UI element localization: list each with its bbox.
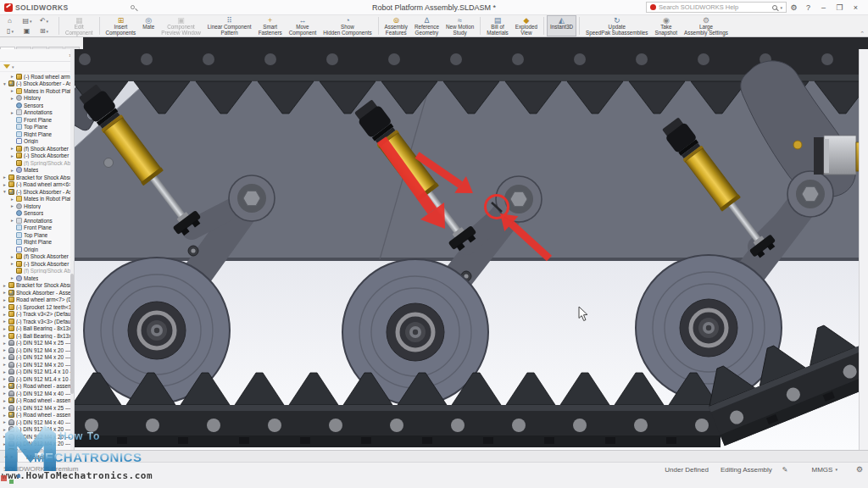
- tree-item[interactable]: ▸ Shock Absorber - Assembly<8>: [0, 289, 74, 297]
- units-caret-icon[interactable]: ▾: [835, 467, 837, 472]
- insert-components-button[interactable]: ⊞ Insert Components ▾: [103, 15, 140, 36]
- new-motion-study-button[interactable]: ≈ New Motion Study: [442, 15, 477, 36]
- tree-item[interactable]: ▸ (-) DIN 912 M4 x 20 --- 20N<71: [0, 433, 74, 441]
- tree-item[interactable]: ▸ Bracket for Shock Absorber<6>: [0, 174, 74, 181]
- tree-item[interactable]: ▸ Mates: [0, 167, 74, 175]
- search-caret-icon[interactable]: ▾: [780, 5, 782, 10]
- home-icon[interactable]: ⌂: [2, 16, 19, 26]
- expand-arrow-icon[interactable]: ▸: [3, 181, 7, 188]
- instant3d-button[interactable]: ◭ Instant3D: [547, 15, 576, 36]
- tab-scroll-left-icon[interactable]: ◂: [3, 452, 9, 462]
- tree-filter[interactable]: ▾: [0, 62, 74, 72]
- tree-item[interactable]: ▸ (-) Shock Absorber - part 2: [0, 260, 74, 268]
- tree-scrollbar-thumb[interactable]: [70, 274, 74, 394]
- tree-item[interactable]: ▸ History: [0, 95, 74, 103]
- expand-arrow-icon[interactable]: ▸: [10, 202, 14, 209]
- undo-icon[interactable]: ↶▾: [36, 16, 53, 26]
- expand-arrow-icon[interactable]: ▸: [3, 383, 7, 390]
- tree-item[interactable]: ▸ Annotations: [0, 109, 74, 117]
- graphics-area[interactable]: [75, 37, 868, 450]
- expand-arrow-icon[interactable]: ▸: [3, 369, 7, 375]
- take-snapshot-button[interactable]: ◉ Take Snapshot: [652, 15, 682, 36]
- reference-geometry-button[interactable]: ∆ Reference Geometry ▾: [411, 15, 442, 36]
- save-icon[interactable]: ▤▾: [19, 16, 36, 26]
- tab-evaluate[interactable]: [48, 47, 64, 49]
- close-button[interactable]: ×: [848, 3, 864, 12]
- tree-scrollbar[interactable]: [70, 49, 74, 450]
- tree-item[interactable]: Front Plane: [0, 225, 74, 232]
- tree-item[interactable]: (f) Spring/Shock Absorbe: [0, 268, 74, 275]
- tree-item[interactable]: ▸ (-) DIN 912 M4 x 20 --- 20N<40: [0, 347, 74, 354]
- expand-arrow-icon[interactable]: ▸: [3, 375, 7, 382]
- expand-arrow-icon[interactable]: ▸: [10, 253, 14, 260]
- tree-item[interactable]: ▸ Road wheel arm<7> (Default) <: [0, 297, 74, 304]
- options-icon[interactable]: ⊞▾: [36, 26, 53, 36]
- tree-item[interactable]: ▸ (-) Road wheel - assembly<4>: [0, 447, 74, 450]
- tree-item[interactable]: ▸ (f) Shock Absorber - part 1: [0, 145, 74, 152]
- search-box[interactable]: Search SOLIDWORKS Help ▾: [646, 2, 787, 13]
- pivot-boss[interactable]: [229, 175, 275, 221]
- expand-arrow-icon[interactable]: ▸: [10, 95, 14, 102]
- tree-item[interactable]: ▸ Mates in Robot Platform A: [0, 196, 74, 203]
- ribbon-collapse-icon[interactable]: ⌃: [860, 30, 865, 487]
- update-speedpak-subassemblies-button[interactable]: ↻ Update SpeedPak Subassemblies: [582, 15, 652, 36]
- tree-item[interactable]: ▸ (-) Sprocket 12 teeth<1> (Defau: [0, 303, 74, 311]
- tree-item[interactable]: Top Plane: [0, 124, 74, 131]
- tree-item[interactable]: ▸ (-) Road wheel arm<3> (Defaul: [0, 73, 74, 80]
- expand-arrow-icon[interactable]: ▸: [10, 87, 14, 94]
- tree-item[interactable]: Origin: [0, 246, 74, 253]
- expand-arrow-icon[interactable]: ▸: [3, 397, 7, 404]
- units-selector[interactable]: MMGS: [812, 466, 833, 474]
- tree-item[interactable]: ▸ (-) DIN 912 M1.4 x 10 --- 10N<7: [0, 375, 74, 383]
- tree-item[interactable]: ▸ (-) Ball Bearing - 8x13x5mm h1: [0, 332, 74, 340]
- tree-item[interactable]: Front Plane: [0, 116, 74, 124]
- tree-item[interactable]: ▸ (-) Track v3<3> (Default) <<De: [0, 318, 74, 325]
- tree-item[interactable]: ▸ (-) Road wheel arm<6> (Defaul: [0, 181, 74, 189]
- expand-arrow-icon[interactable]: ▸: [3, 325, 7, 332]
- tree-item[interactable]: ▸ (-) DIN 912 M4 x 20 --- 20N<49: [0, 354, 74, 362]
- edit-component-button[interactable]: ▦ Edit Component: [62, 15, 97, 36]
- expand-arrow-icon[interactable]: ▸: [3, 297, 7, 303]
- assembly-features-button[interactable]: ⊚ Assembly Features ▾: [381, 15, 411, 36]
- tree-item[interactable]: ▸ (-) DIN 912 M4 x 25 --- 25N<39: [0, 404, 74, 412]
- tree-item[interactable]: Origin: [0, 138, 74, 146]
- tree-item[interactable]: Top Plane: [0, 231, 74, 239]
- settings-gear-icon[interactable]: ⚙: [787, 3, 801, 12]
- tree-item[interactable]: ▸ (-) Track v3<2> (Default) <<De: [0, 311, 74, 319]
- tree-item[interactable]: ▸ Mates in Robot Platform A: [0, 87, 74, 95]
- new-document-icon[interactable]: ▯▾: [2, 26, 19, 36]
- expand-arrow-icon[interactable]: ▸: [3, 354, 7, 361]
- expand-arrow-icon[interactable]: ▸: [3, 174, 7, 180]
- expand-arrow-icon[interactable]: ▸: [3, 289, 7, 296]
- component-preview-window-button[interactable]: ▣ Component Preview Window: [158, 15, 204, 36]
- search-icon[interactable]: [772, 5, 777, 10]
- expand-arrow-icon[interactable]: ▸: [3, 361, 7, 368]
- tree-item[interactable]: ▸ Annotations: [0, 217, 74, 225]
- linear-component-pattern-button[interactable]: ⠿ Linear Component Pattern ▾: [204, 15, 255, 36]
- expand-arrow-icon[interactable]: ▸: [3, 311, 7, 318]
- tree-item[interactable]: ▸ (-) DIN 912 M4 x 40 --- 20N<32: [0, 419, 74, 426]
- move-component-button[interactable]: ↔ Move Component ▾: [286, 15, 320, 36]
- smart-fasteners-button[interactable]: + Smart Fasteners: [255, 15, 286, 36]
- expand-arrow-icon[interactable]: ▸: [10, 274, 14, 281]
- tab-scroll-right-icon[interactable]: ▸: [9, 452, 16, 462]
- tab-markup[interactable]: [32, 47, 47, 49]
- expand-arrow-icon[interactable]: ▸: [3, 332, 7, 339]
- expand-arrow-icon[interactable]: ▾: [3, 80, 7, 87]
- tree-item[interactable]: ▸ Mates: [0, 274, 74, 282]
- tree-item[interactable]: ▸ (-) DIN 912 M4 x 20 --- 20N<55: [0, 441, 74, 448]
- expand-arrow-icon[interactable]: ▸: [3, 447, 7, 450]
- tree-item[interactable]: ▸ (-) DIN 912 M4 x 25 --- 25N<25: [0, 340, 74, 347]
- road-wheel-right[interactable]: [636, 255, 782, 401]
- expand-arrow-icon[interactable]: ▸: [3, 441, 7, 447]
- search-input[interactable]: Search SOLIDWORKS Help: [659, 3, 770, 11]
- tree-item[interactable]: ▸ History: [0, 202, 74, 210]
- expand-arrow-icon[interactable]: ▸: [3, 318, 7, 324]
- expand-arrow-icon[interactable]: ▸: [3, 412, 7, 419]
- expand-arrow-icon[interactable]: ▸: [10, 73, 14, 80]
- expand-arrow-icon[interactable]: ▸: [10, 217, 14, 224]
- tree-item[interactable]: Sensors: [0, 102, 74, 109]
- expand-arrow-icon[interactable]: ▸: [3, 340, 7, 347]
- minimize-button[interactable]: –: [815, 3, 832, 12]
- tree-item[interactable]: Right Plane: [0, 239, 74, 247]
